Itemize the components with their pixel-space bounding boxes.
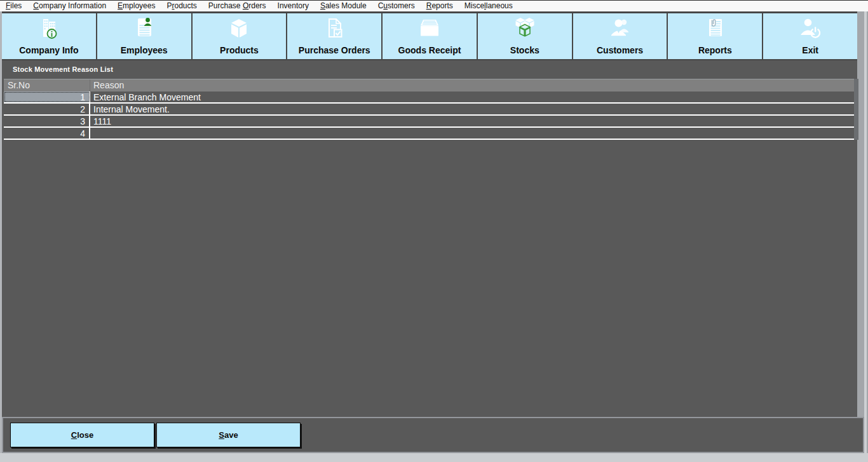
menu-bar: FilesCompany InformationEmployeesProduct…	[0, 1, 868, 11]
menu-item-inventory[interactable]: Inventory	[272, 1, 315, 11]
report-document-icon	[700, 15, 729, 44]
person-power-icon	[796, 15, 825, 44]
table-row: 1External Branch Movement	[4, 92, 854, 104]
toolbar-button-stocks[interactable]: Stocks	[478, 13, 572, 59]
grid-header-row: Sr.No Reason	[4, 79, 854, 92]
grid-right-strip	[854, 79, 858, 140]
employee-card-icon	[130, 15, 159, 44]
column-header-reason[interactable]: Reason	[90, 79, 854, 92]
reason-grid: Sr.No Reason 1External Branch Movement2I…	[4, 79, 854, 140]
toolbar-button-label: Goods Receipt	[398, 45, 461, 55]
menu-item-customers[interactable]: Customers	[372, 1, 421, 11]
menu-item-company-information[interactable]: Company Information	[27, 1, 112, 11]
srno-cell[interactable]: 2	[4, 104, 90, 114]
menu-item-files[interactable]: Files	[0, 1, 27, 11]
toolbar-button-employees[interactable]: Employees	[97, 13, 191, 59]
toolbar-button-label: Reports	[698, 45, 732, 55]
close-button[interactable]: Close	[10, 423, 154, 447]
reason-cell[interactable]	[90, 128, 854, 139]
reason-cell[interactable]: External Branch Movement	[90, 92, 854, 102]
menu-item-sales-module[interactable]: Sales Module	[315, 1, 372, 11]
building-info-icon	[34, 15, 64, 44]
toolbar-frame: Company Info Employees	[0, 11, 857, 60]
toolbar-button-label: Products	[220, 45, 259, 55]
toolbar-button-reports[interactable]: Reports	[668, 13, 762, 59]
goods-box-icon	[415, 15, 444, 44]
stock-movement-panel: Stock Movement Reason List Sr.No Reason …	[2, 60, 857, 417]
toolbar: Company Info Employees	[2, 13, 857, 59]
stacked-cubes-icon	[510, 15, 539, 44]
toolbar-button-products[interactable]: Products	[193, 13, 287, 59]
srno-cell[interactable]: 3	[4, 116, 90, 126]
cube-icon	[224, 15, 254, 44]
toolbar-button-label: Purchase Orders	[299, 45, 370, 55]
document-check-icon	[320, 15, 349, 44]
toolbar-button-label: Employees	[121, 45, 168, 55]
reason-cell[interactable]: 1111	[90, 116, 854, 126]
toolbar-button-label: Company Info	[19, 45, 78, 55]
table-row: 2Internal Movement.	[4, 104, 854, 116]
toolbar-button-company-info[interactable]: Company Info	[2, 13, 96, 59]
window-bottom-border	[0, 453, 868, 462]
menu-item-products[interactable]: Products	[161, 1, 202, 11]
reason-cell[interactable]: Internal Movement.	[90, 104, 854, 114]
srno-cell[interactable]: 4	[4, 128, 90, 139]
column-header-srno[interactable]: Sr.No	[4, 79, 90, 92]
save-button[interactable]: Save	[156, 423, 301, 447]
toolbar-button-goods-receipt[interactable]: Goods Receipt	[383, 13, 477, 59]
table-row: 31111	[4, 116, 854, 128]
menu-item-purchase-orders[interactable]: Purchase Orders	[203, 1, 272, 11]
toolbar-button-exit[interactable]: Exit	[763, 13, 857, 59]
menu-item-miscellaneous[interactable]: Miscellaneous	[459, 1, 519, 11]
toolbar-button-label: Stocks	[510, 45, 539, 55]
table-row: 4	[4, 128, 854, 140]
toolbar-button-purchase-orders[interactable]: Purchase Orders	[287, 13, 381, 59]
grid-body: 1External Branch Movement2Internal Movem…	[4, 92, 854, 140]
people-icon	[606, 15, 635, 44]
window-right-border	[857, 11, 868, 453]
footer-bar: CloseSave	[2, 417, 864, 453]
toolbar-button-label: Exit	[802, 45, 818, 55]
panel-title: Stock Movement Reason List	[13, 65, 113, 73]
menu-item-employees[interactable]: Employees	[112, 1, 161, 11]
srno-cell-selected[interactable]: 1	[4, 92, 90, 102]
menu-item-reports[interactable]: Reports	[421, 1, 459, 11]
toolbar-button-label: Customers	[597, 45, 643, 55]
toolbar-button-customers[interactable]: Customers	[573, 13, 667, 59]
